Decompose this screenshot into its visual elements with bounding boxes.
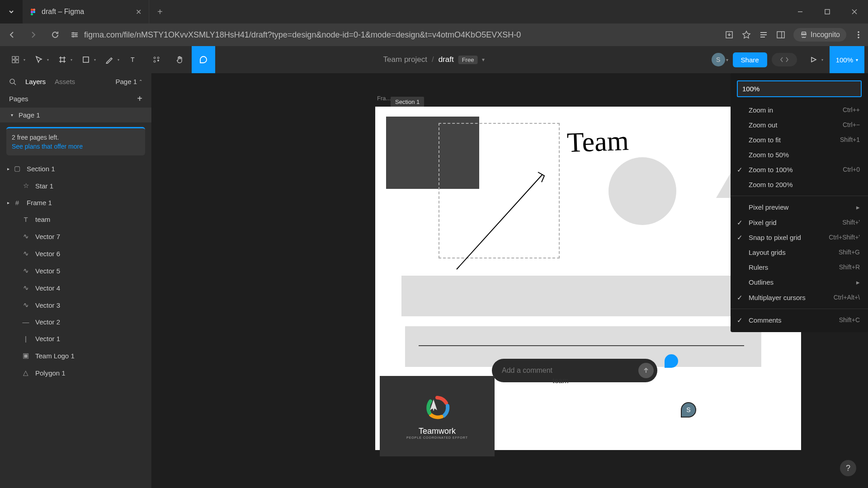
layer-item[interactable]: —Vector 2 [0,314,151,330]
file-menu-caret-icon[interactable]: ▾ [482,56,485,63]
main-menu-button[interactable]: ▾ [4,46,27,73]
back-button[interactable] [5,28,18,41]
grey-bar-1[interactable] [401,276,758,316]
shortcut-label: Shift+1 [840,136,860,144]
help-button[interactable]: ? [840,460,856,476]
layer-name: Vector 5 [35,267,60,275]
teamwork-image[interactable]: Teamwork PEOPLE COORDINATED EFFORT [380,376,495,456]
dev-mode-toggle[interactable] [772,53,797,66]
layer-item[interactable]: ▸#Frame 1 [0,194,151,211]
grey-circle[interactable] [609,157,676,225]
comment-send-button[interactable] [638,363,654,378]
shortcut-label: Ctrl+Alt+\ [834,294,860,301]
page-item[interactable]: ▾ Page 1 [0,108,151,122]
zoom-menu-item[interactable]: ✓Zoom to 100%Ctrl+0 [731,162,868,177]
layer-item[interactable]: Tteam [0,211,151,228]
layer-item[interactable]: ∿Vector 7 [0,228,151,245]
address-bar[interactable]: figma.com/file/nMSTY1OKvvXSMLY18HsH41/dr… [71,30,716,40]
layer-type-icon: ∿ [22,249,30,258]
share-button[interactable]: Share [733,52,767,67]
zoom-menu-item[interactable]: Zoom to 50% [731,147,868,162]
svg-rect-27 [16,60,19,63]
comment-tool[interactable] [192,46,215,73]
forward-button[interactable] [27,28,40,41]
zoom-menu-item[interactable]: ✓Multiplayer cursorsCtrl+Alt+\ [731,290,868,305]
layer-name: Polygon 1 [35,369,66,377]
minimize-button[interactable] [787,0,814,23]
shortcut-label: Ctrl+Shift+' [829,234,860,241]
pen-tool[interactable]: ▾ [98,46,121,73]
breadcrumb-file[interactable]: draft [439,55,454,64]
reading-list-icon[interactable] [759,30,768,39]
hand-tool[interactable] [168,46,192,73]
zoom-menu-item[interactable]: ✓CommentsShift+C [731,313,868,328]
zoom-menu-item[interactable]: Zoom to 200% [731,177,868,192]
layer-item[interactable]: △Polygon 1 [0,364,151,381]
install-app-icon[interactable] [725,30,734,39]
move-tool[interactable]: ▾ [27,46,51,73]
zoom-menu-item[interactable]: Zoom outCtrl+− [731,117,868,132]
text-tool[interactable]: T [121,46,145,73]
zoom-menu-item[interactable]: Pixel preview▸ [731,200,868,215]
layer-item[interactable]: ∿Vector 4 [0,279,151,296]
layer-item[interactable]: ∿Vector 5 [0,262,151,279]
zoom-menu-item[interactable]: RulersShift+R [731,260,868,275]
maximize-button[interactable] [814,0,841,23]
frame-tool[interactable]: ▾ [51,46,74,73]
browser-menu-icon[interactable] [854,31,863,39]
svg-rect-18 [760,37,765,38]
canvas[interactable]: Fra... Section 1 Team team S [152,73,868,488]
frame-label[interactable]: Fra... [377,95,391,102]
zoom-control[interactable]: 100% ▾ [830,46,864,73]
team-handwriting[interactable]: Team [566,125,629,159]
arrow-vector[interactable] [452,165,552,274]
expand-icon[interactable]: ▸ [7,166,9,171]
comment-pin[interactable] [665,354,678,368]
team-text-layer[interactable]: team [552,377,569,385]
layer-item[interactable]: ▸▢Section 1 [0,160,151,177]
reload-button[interactable] [49,28,61,41]
layer-item[interactable]: |Vector 1 [0,330,151,347]
divider-line[interactable] [419,345,744,346]
tab-search-dropdown[interactable] [0,0,23,23]
layer-name: Team Logo 1 [35,352,75,360]
close-window-button[interactable] [841,0,868,23]
side-panel-icon[interactable] [776,30,785,39]
browser-tab[interactable]: draft – Figma ✕ [23,0,149,23]
layer-item[interactable]: ∿Vector 3 [0,296,151,314]
resources-tool[interactable] [145,46,168,73]
avatar-caret-icon[interactable]: ▾ [726,57,728,62]
user-avatar[interactable]: S [712,53,725,66]
zoom-menu-item[interactable]: Zoom to fitShift+1 [731,132,868,147]
assets-tab[interactable]: Assets [55,78,75,85]
zoom-menu-item[interactable]: Layout gridsShift+G [731,245,868,260]
present-button[interactable]: ▾ [802,46,825,73]
close-tab-icon[interactable]: ✕ [136,8,142,16]
shape-tool[interactable]: ▾ [74,46,98,73]
layer-item[interactable]: ▣Team Logo 1 [0,347,151,364]
zoom-menu-item[interactable]: ✓Snap to pixel gridCtrl+Shift+' [731,230,868,245]
section-tag[interactable]: Section 1 [391,97,424,107]
incognito-badge[interactable]: Incognito [793,28,846,42]
breadcrumb-project[interactable]: Team project [383,55,427,64]
search-icon[interactable] [9,78,16,85]
layer-type-icon: △ [22,369,30,377]
layer-item[interactable]: ☆Star 1 [0,177,151,194]
layers-tab[interactable]: Layers [25,78,46,85]
zoom-menu-item[interactable]: ✓Pixel gridShift+' [731,215,868,230]
new-tab-button[interactable]: + [149,7,171,17]
add-page-button[interactable]: + [137,94,142,104]
zoom-menu-item[interactable]: Outlines▸ [731,275,868,290]
expand-icon[interactable]: ▸ [7,200,9,205]
breadcrumb: Team project / draft Free ▾ [383,55,485,64]
menu-item-label: Outlines [749,278,774,286]
bookmark-icon[interactable] [742,30,751,39]
comment-field[interactable] [502,366,638,375]
svg-point-3 [33,11,35,13]
comment-input-bubble[interactable] [492,359,657,382]
page-selector[interactable]: Page 1 ⌃ [115,78,142,85]
zoom-input[interactable]: 100% [737,80,862,97]
upgrade-link[interactable]: See plans that offer more [12,143,140,150]
layer-item[interactable]: ∿Vector 6 [0,245,151,262]
zoom-menu-item[interactable]: Zoom inCtrl++ [731,103,868,117]
